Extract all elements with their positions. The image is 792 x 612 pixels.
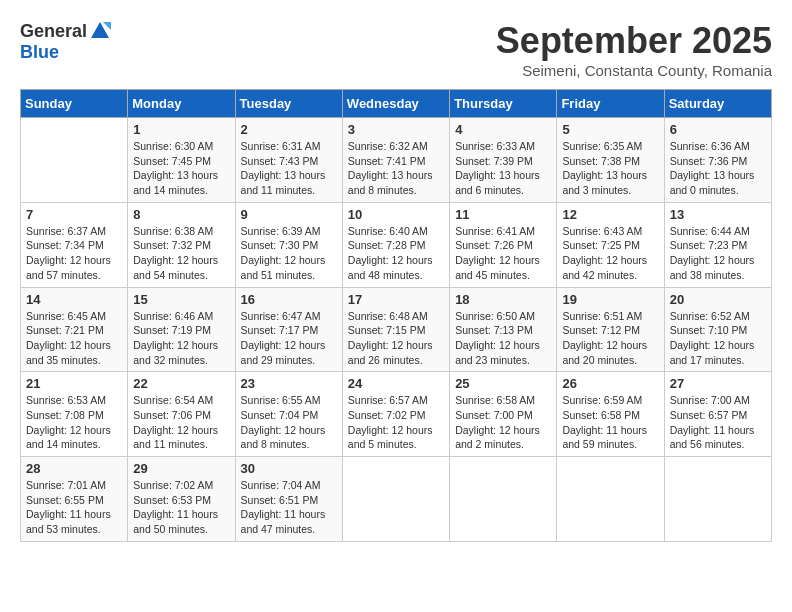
cell-content: Sunrise: 6:37 AM Sunset: 7:34 PM Dayligh… <box>26 224 122 283</box>
header-thursday: Thursday <box>450 90 557 118</box>
table-row <box>557 457 664 542</box>
day-number: 4 <box>455 122 551 137</box>
table-row: 7Sunrise: 6:37 AM Sunset: 7:34 PM Daylig… <box>21 202 128 287</box>
page-header: General Blue September 2025 Seimeni, Con… <box>20 20 772 79</box>
table-row: 21Sunrise: 6:53 AM Sunset: 7:08 PM Dayli… <box>21 372 128 457</box>
logo: General Blue <box>20 20 111 63</box>
table-row: 15Sunrise: 6:46 AM Sunset: 7:19 PM Dayli… <box>128 287 235 372</box>
calendar-header-row: Sunday Monday Tuesday Wednesday Thursday… <box>21 90 772 118</box>
day-number: 25 <box>455 376 551 391</box>
table-row: 20Sunrise: 6:52 AM Sunset: 7:10 PM Dayli… <box>664 287 771 372</box>
calendar-week-row: 28Sunrise: 7:01 AM Sunset: 6:55 PM Dayli… <box>21 457 772 542</box>
cell-content: Sunrise: 6:32 AM Sunset: 7:41 PM Dayligh… <box>348 139 444 198</box>
cell-content: Sunrise: 6:55 AM Sunset: 7:04 PM Dayligh… <box>241 393 337 452</box>
table-row: 24Sunrise: 6:57 AM Sunset: 7:02 PM Dayli… <box>342 372 449 457</box>
calendar-week-row: 14Sunrise: 6:45 AM Sunset: 7:21 PM Dayli… <box>21 287 772 372</box>
table-row: 4Sunrise: 6:33 AM Sunset: 7:39 PM Daylig… <box>450 118 557 203</box>
header-tuesday: Tuesday <box>235 90 342 118</box>
day-number: 9 <box>241 207 337 222</box>
table-row <box>342 457 449 542</box>
day-number: 1 <box>133 122 229 137</box>
table-row: 6Sunrise: 6:36 AM Sunset: 7:36 PM Daylig… <box>664 118 771 203</box>
day-number: 29 <box>133 461 229 476</box>
day-number: 30 <box>241 461 337 476</box>
cell-content: Sunrise: 6:53 AM Sunset: 7:08 PM Dayligh… <box>26 393 122 452</box>
cell-content: Sunrise: 6:30 AM Sunset: 7:45 PM Dayligh… <box>133 139 229 198</box>
day-number: 6 <box>670 122 766 137</box>
calendar-week-row: 21Sunrise: 6:53 AM Sunset: 7:08 PM Dayli… <box>21 372 772 457</box>
table-row: 9Sunrise: 6:39 AM Sunset: 7:30 PM Daylig… <box>235 202 342 287</box>
cell-content: Sunrise: 6:38 AM Sunset: 7:32 PM Dayligh… <box>133 224 229 283</box>
cell-content: Sunrise: 7:02 AM Sunset: 6:53 PM Dayligh… <box>133 478 229 537</box>
cell-content: Sunrise: 6:31 AM Sunset: 7:43 PM Dayligh… <box>241 139 337 198</box>
cell-content: Sunrise: 6:51 AM Sunset: 7:12 PM Dayligh… <box>562 309 658 368</box>
cell-content: Sunrise: 6:50 AM Sunset: 7:13 PM Dayligh… <box>455 309 551 368</box>
day-number: 19 <box>562 292 658 307</box>
month-title: September 2025 <box>496 20 772 62</box>
table-row <box>21 118 128 203</box>
day-number: 13 <box>670 207 766 222</box>
table-row: 23Sunrise: 6:55 AM Sunset: 7:04 PM Dayli… <box>235 372 342 457</box>
table-row: 27Sunrise: 7:00 AM Sunset: 6:57 PM Dayli… <box>664 372 771 457</box>
day-number: 14 <box>26 292 122 307</box>
day-number: 10 <box>348 207 444 222</box>
table-row: 12Sunrise: 6:43 AM Sunset: 7:25 PM Dayli… <box>557 202 664 287</box>
cell-content: Sunrise: 7:04 AM Sunset: 6:51 PM Dayligh… <box>241 478 337 537</box>
day-number: 5 <box>562 122 658 137</box>
table-row: 11Sunrise: 6:41 AM Sunset: 7:26 PM Dayli… <box>450 202 557 287</box>
calendar-week-row: 1Sunrise: 6:30 AM Sunset: 7:45 PM Daylig… <box>21 118 772 203</box>
table-row: 16Sunrise: 6:47 AM Sunset: 7:17 PM Dayli… <box>235 287 342 372</box>
cell-content: Sunrise: 6:45 AM Sunset: 7:21 PM Dayligh… <box>26 309 122 368</box>
day-number: 2 <box>241 122 337 137</box>
day-number: 24 <box>348 376 444 391</box>
day-number: 16 <box>241 292 337 307</box>
cell-content: Sunrise: 6:52 AM Sunset: 7:10 PM Dayligh… <box>670 309 766 368</box>
day-number: 8 <box>133 207 229 222</box>
table-row: 14Sunrise: 6:45 AM Sunset: 7:21 PM Dayli… <box>21 287 128 372</box>
svg-marker-1 <box>103 22 111 30</box>
title-block: September 2025 Seimeni, Constanta County… <box>496 20 772 79</box>
day-number: 27 <box>670 376 766 391</box>
day-number: 18 <box>455 292 551 307</box>
cell-content: Sunrise: 6:48 AM Sunset: 7:15 PM Dayligh… <box>348 309 444 368</box>
logo-general-text: General <box>20 21 87 42</box>
cell-content: Sunrise: 6:41 AM Sunset: 7:26 PM Dayligh… <box>455 224 551 283</box>
header-friday: Friday <box>557 90 664 118</box>
day-number: 22 <box>133 376 229 391</box>
table-row: 28Sunrise: 7:01 AM Sunset: 6:55 PM Dayli… <box>21 457 128 542</box>
header-wednesday: Wednesday <box>342 90 449 118</box>
day-number: 15 <box>133 292 229 307</box>
cell-content: Sunrise: 6:33 AM Sunset: 7:39 PM Dayligh… <box>455 139 551 198</box>
cell-content: Sunrise: 6:47 AM Sunset: 7:17 PM Dayligh… <box>241 309 337 368</box>
table-row: 8Sunrise: 6:38 AM Sunset: 7:32 PM Daylig… <box>128 202 235 287</box>
header-sunday: Sunday <box>21 90 128 118</box>
calendar-week-row: 7Sunrise: 6:37 AM Sunset: 7:34 PM Daylig… <box>21 202 772 287</box>
table-row: 17Sunrise: 6:48 AM Sunset: 7:15 PM Dayli… <box>342 287 449 372</box>
day-number: 21 <box>26 376 122 391</box>
logo-blue-text: Blue <box>20 42 111 63</box>
header-saturday: Saturday <box>664 90 771 118</box>
table-row: 5Sunrise: 6:35 AM Sunset: 7:38 PM Daylig… <box>557 118 664 203</box>
table-row: 2Sunrise: 6:31 AM Sunset: 7:43 PM Daylig… <box>235 118 342 203</box>
table-row: 29Sunrise: 7:02 AM Sunset: 6:53 PM Dayli… <box>128 457 235 542</box>
day-number: 20 <box>670 292 766 307</box>
day-number: 28 <box>26 461 122 476</box>
cell-content: Sunrise: 6:35 AM Sunset: 7:38 PM Dayligh… <box>562 139 658 198</box>
day-number: 7 <box>26 207 122 222</box>
table-row <box>664 457 771 542</box>
table-row: 22Sunrise: 6:54 AM Sunset: 7:06 PM Dayli… <box>128 372 235 457</box>
table-row: 26Sunrise: 6:59 AM Sunset: 6:58 PM Dayli… <box>557 372 664 457</box>
cell-content: Sunrise: 7:00 AM Sunset: 6:57 PM Dayligh… <box>670 393 766 452</box>
header-monday: Monday <box>128 90 235 118</box>
table-row: 3Sunrise: 6:32 AM Sunset: 7:41 PM Daylig… <box>342 118 449 203</box>
table-row: 18Sunrise: 6:50 AM Sunset: 7:13 PM Dayli… <box>450 287 557 372</box>
cell-content: Sunrise: 6:43 AM Sunset: 7:25 PM Dayligh… <box>562 224 658 283</box>
location-subtitle: Seimeni, Constanta County, Romania <box>496 62 772 79</box>
day-number: 17 <box>348 292 444 307</box>
table-row <box>450 457 557 542</box>
day-number: 11 <box>455 207 551 222</box>
day-number: 3 <box>348 122 444 137</box>
cell-content: Sunrise: 6:54 AM Sunset: 7:06 PM Dayligh… <box>133 393 229 452</box>
day-number: 26 <box>562 376 658 391</box>
table-row: 30Sunrise: 7:04 AM Sunset: 6:51 PM Dayli… <box>235 457 342 542</box>
